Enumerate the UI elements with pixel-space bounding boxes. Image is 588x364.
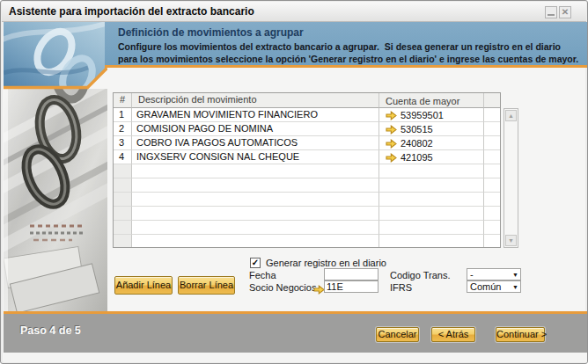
minimize-icon	[548, 14, 555, 16]
scroll-down-button[interactable]: ▼	[505, 235, 517, 246]
codigo-trans-value: -	[470, 269, 474, 280]
socio-negocios-input[interactable]	[324, 280, 379, 293]
codigo-trans-select[interactable]: - ▼	[467, 268, 521, 280]
movements-table-body: 1GRAVAMEN MOVIMIENTO FINANCIERO539595012…	[114, 108, 500, 248]
step-title: Definición de movimientos a agrupar	[118, 26, 304, 39]
filler-cell	[484, 136, 500, 150]
add-line-button[interactable]: Añadir Línea	[114, 276, 173, 295]
row-number	[114, 178, 132, 193]
wizard-window: Asistente para importación del extracto …	[0, 0, 588, 364]
row-number: 4	[114, 150, 132, 164]
minimize-button[interactable]	[545, 6, 557, 18]
check-icon: ✓	[252, 258, 259, 267]
step-description-line2: para los movimientos seleccione la opció…	[118, 54, 578, 64]
table-row-empty	[114, 178, 500, 193]
movement-description-cell	[132, 207, 379, 221]
account-number: 53959501	[401, 110, 444, 120]
movement-description-cell	[132, 193, 379, 207]
chain-links-image	[4, 22, 107, 312]
ifrs-value: Común	[470, 281, 501, 292]
filler-cell	[484, 207, 500, 221]
filler-cell	[484, 108, 500, 122]
chevron-down-icon: ▼	[512, 272, 518, 278]
row-number	[114, 164, 132, 178]
account-cell	[379, 221, 484, 235]
account-cell	[379, 178, 484, 193]
cancel-button[interactable]: Cancelar	[376, 327, 419, 342]
generate-journal-label: Generar registro en el diario	[266, 258, 386, 268]
table-row-empty	[114, 207, 500, 221]
step-description-line1: Configure los movimientos del extracto b…	[118, 41, 561, 52]
movement-description-cell	[132, 221, 379, 235]
filler-cell	[484, 193, 500, 207]
filler-cell	[484, 122, 500, 136]
account-number: 240802	[401, 138, 433, 149]
filler-cell	[484, 164, 500, 178]
filler-cell	[484, 178, 500, 193]
account-cell[interactable]: 530515	[379, 122, 484, 136]
link-arrow-icon[interactable]	[386, 139, 397, 149]
movement-description-cell[interactable]: INGXSERV CONSIGN NAL CHEQUE	[132, 150, 379, 164]
movement-description-cell[interactable]: COBRO IVA PAGOS AUTOMATICOS	[132, 136, 379, 150]
window-title: Asistente para importación del extracto …	[9, 5, 254, 18]
socio-negocios-label: Socio Negocios	[249, 282, 316, 293]
account-cell[interactable]: 421095	[379, 150, 484, 164]
table-row-empty	[114, 164, 500, 178]
table-row[interactable]: 2COMISION PAGO DE NOMINA530515	[114, 122, 500, 136]
account-number: 421095	[401, 152, 433, 163]
account-cell	[379, 207, 484, 221]
fecha-input[interactable]	[324, 268, 379, 280]
table-row-empty	[114, 221, 500, 235]
title-bar: Asistente para importación del extracto …	[2, 2, 586, 22]
codigo-trans-label: Codigo Trans.	[390, 270, 450, 280]
step-indicator: Paso 4 de 5	[20, 324, 81, 337]
link-arrow-icon[interactable]	[386, 125, 397, 135]
scroll-up-icon: ▲	[508, 113, 514, 119]
chevron-down-icon: ▼	[512, 284, 518, 290]
table-scrollbar[interactable]: ▲ ▼	[503, 108, 518, 248]
back-button[interactable]: < Atrás	[431, 327, 475, 342]
account-cell[interactable]: 240802	[379, 136, 484, 150]
close-button[interactable]: ✕	[559, 6, 571, 18]
row-number	[114, 193, 132, 207]
column-header-descripcion: Descripción del movimiento	[132, 93, 379, 108]
close-icon: ✕	[562, 7, 569, 17]
row-number: 3	[114, 136, 132, 150]
account-cell	[379, 235, 484, 248]
link-arrow-icon[interactable]	[386, 153, 397, 163]
delete-line-button[interactable]: Borrar Línea	[178, 276, 235, 295]
bottom-strip	[4, 353, 587, 362]
column-header-num: #	[114, 93, 132, 108]
movement-description-cell	[132, 178, 379, 193]
table-row[interactable]: 1GRAVAMEN MOVIMIENTO FINANCIERO53959501	[114, 108, 500, 122]
movements-table: # Descripción del movimiento Cuenta de m…	[113, 92, 501, 248]
filler-cell	[484, 235, 500, 248]
link-arrow-icon[interactable]	[386, 111, 397, 120]
row-number	[114, 221, 132, 235]
continue-button[interactable]: Continuar >	[496, 327, 545, 342]
table-row[interactable]: 3COBRO IVA PAGOS AUTOMATICOS240802	[114, 136, 500, 150]
generate-journal-checkbox[interactable]: ✓	[250, 258, 261, 268]
column-header-filler	[484, 93, 500, 108]
movement-description-cell[interactable]: GRAVAMEN MOVIMIENTO FINANCIERO	[132, 108, 379, 122]
filler-cell	[484, 221, 500, 235]
movement-description-cell[interactable]: COMISION PAGO DE NOMINA	[132, 122, 379, 136]
movement-description-cell	[132, 235, 379, 248]
account-number: 530515	[401, 124, 433, 135]
filler-cell	[484, 150, 500, 164]
scroll-down-icon: ▼	[508, 237, 514, 244]
scroll-up-button[interactable]: ▲	[505, 110, 517, 121]
movement-description-cell	[132, 164, 379, 178]
row-number	[114, 207, 132, 221]
table-row-empty	[114, 235, 500, 248]
column-header-cuenta: Cuenta de mayor	[379, 93, 484, 108]
account-cell	[379, 164, 484, 178]
ifrs-select[interactable]: Común ▼	[467, 280, 521, 293]
row-number: 2	[114, 122, 132, 136]
table-row[interactable]: 4INGXSERV CONSIGN NAL CHEQUE421095	[114, 150, 500, 164]
fecha-label: Fecha	[249, 270, 276, 280]
wizard-header: Definición de movimientos a agrupar Conf…	[105, 22, 587, 68]
account-cell[interactable]: 53959501	[379, 108, 484, 122]
row-number	[114, 235, 132, 248]
table-header-row: # Descripción del movimiento Cuenta de m…	[114, 93, 500, 108]
